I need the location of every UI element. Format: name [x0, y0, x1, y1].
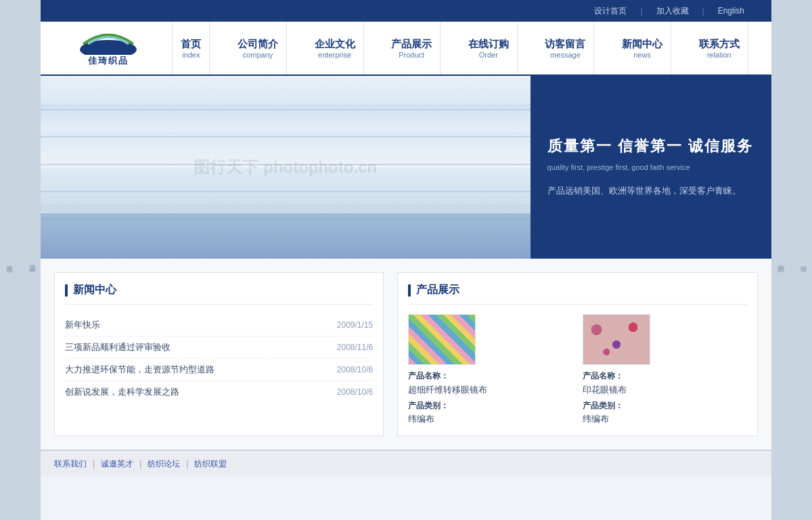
nav-home-en: index: [182, 51, 200, 60]
nav-order-cn: 在线订购: [468, 37, 509, 51]
nav-order-en: Order: [479, 51, 498, 60]
news-item-3: 大力推进环保节能，走资源节约型道路 2008/10/6: [65, 359, 373, 381]
footer-sep-2: |: [139, 459, 141, 469]
nav-product[interactable]: 产品展示 Product: [383, 22, 441, 74]
site-header: 佳琦织品 首页 index 公司简介 company 企业文化 enterpri…: [41, 22, 771, 76]
sep1: |: [640, 6, 642, 16]
content-area: 新闻中心 新年快乐 2009/1/15 三项新品顺利通过评审验收 2008/11…: [41, 259, 771, 450]
towel-image: [41, 76, 531, 259]
footer-link-contact[interactable]: 联系我们: [54, 458, 87, 470]
title-bar-icon: [65, 284, 68, 297]
news-section: 新闻中心 新年快乐 2009/1/15 三项新品顺利通过评审验收 2008/11…: [54, 272, 384, 436]
nav-contact-en: relation: [707, 51, 731, 60]
products-grid: 产品名称： 超细纤维转移眼镜布 产品类别： 纬编布 产品名称：: [408, 314, 747, 425]
product-info-2: 产品名称： 印花眼镜布 产品类别： 纬编布: [583, 370, 627, 425]
fabric-pattern-colorful: [409, 315, 475, 364]
main-navigation: 首页 index 公司简介 company 企业文化 enterprise 产品…: [162, 22, 758, 74]
news-section-title: 新闻中心: [65, 283, 373, 305]
product-name-label-1: 产品名称：: [408, 370, 487, 382]
hero-text-panel: 质量第一 信誉第一 诚信服务 quality first, prestige f…: [531, 76, 771, 259]
product-card-2: 产品名称： 印花眼镜布 产品类别： 纬编布: [583, 314, 747, 425]
footer-link-talent[interactable]: 诚邀英才: [101, 458, 133, 470]
product-image-2[interactable]: [583, 314, 650, 365]
nav-company[interactable]: 公司简介 company: [229, 22, 287, 74]
nav-home-cn: 首页: [181, 37, 201, 51]
product-cat-value-2: 纬编布: [583, 413, 627, 425]
footer-sep-3: |: [186, 459, 188, 469]
side-panel-right: 联系方式 青睐 产品类别 创新说: [771, 0, 812, 520]
products-section-title: 产品展示: [408, 283, 747, 305]
news-title-text: 新闻中心: [73, 283, 116, 297]
product-name-value-1: 超细纤维转移眼镜布: [408, 384, 487, 396]
nav-company-en: company: [243, 51, 273, 60]
logo-area: 佳琦织品: [54, 29, 162, 67]
site-footer: 联系我们 | 诚邀英才 | 纺织论坛 | 纺织联盟: [41, 450, 771, 477]
nav-product-en: Product: [399, 51, 424, 60]
hero-sub-title: quality first, prestige first, good fait…: [547, 162, 754, 173]
footer-link-alliance[interactable]: 纺织联盟: [194, 458, 227, 470]
sep2: |: [702, 6, 704, 16]
nav-enterprise-cn: 企业文化: [315, 37, 355, 51]
nav-order[interactable]: 在线订购 Order: [460, 22, 518, 74]
product-name-value-2: 印花眼镜布: [583, 384, 627, 396]
nav-message[interactable]: 访客留言 message: [537, 22, 594, 74]
news-date-1: 2009/1/15: [337, 320, 373, 330]
product-name-label-2: 产品名称：: [583, 370, 627, 382]
news-item-1: 新年快乐 2009/1/15: [65, 314, 373, 337]
nav-message-en: message: [550, 51, 581, 60]
news-item-2: 三项新品顺利通过评审验收 2008/11/6: [65, 337, 373, 359]
top-nav-home[interactable]: 设计首页: [594, 5, 627, 17]
products-section: 产品展示 产品名称： 超细纤维转移眼镜布 产品类别： 纬编布: [397, 272, 758, 436]
products-title-text: 产品展示: [416, 283, 459, 297]
top-nav-bar: 设计首页 | 加入收藏 | English: [41, 0, 771, 22]
top-nav-bookmark[interactable]: 加入收藏: [656, 5, 689, 17]
product-image-1[interactable]: [408, 314, 476, 365]
nav-product-cn: 产品展示: [391, 37, 432, 51]
fabric-pattern-floral: [583, 315, 650, 364]
hero-description: 产品远销美国、欧洲等世界各地，深受客户青睐。: [547, 183, 754, 198]
news-date-3: 2008/10/6: [337, 365, 373, 374]
logo-icon: [78, 29, 139, 55]
product-cat-label-2: 产品类别：: [583, 400, 627, 412]
nav-contact[interactable]: 联系方式 relation: [691, 22, 748, 74]
nav-enterprise[interactable]: 企业文化 enterprise: [307, 22, 364, 74]
footer-links: 联系我们 | 诚邀英才 | 纺织论坛 | 纺织联盟: [54, 458, 227, 470]
nav-home[interactable]: 首页 index: [172, 22, 210, 74]
news-title-2[interactable]: 三项新品顺利通过评审验收: [65, 341, 330, 353]
news-title-1[interactable]: 新年快乐: [65, 319, 330, 331]
news-date-2: 2008/11/6: [337, 343, 373, 352]
logo-text: 佳琦织品: [88, 55, 129, 67]
product-info-1: 产品名称： 超细纤维转移眼镜布 产品类别： 纬编布: [408, 370, 487, 425]
news-list: 新年快乐 2009/1/15 三项新品顺利通过评审验收 2008/11/6 大力…: [65, 314, 373, 403]
side-panel-left: 新年快乐 三项新品 大力推进 创新说发: [0, 0, 41, 520]
product-cat-label-1: 产品类别：: [408, 400, 487, 412]
nav-news-en: news: [633, 51, 651, 60]
nav-enterprise-en: enterprise: [318, 51, 351, 60]
nav-message-cn: 访客留言: [545, 37, 585, 51]
nav-news-cn: 新闻中心: [622, 37, 662, 51]
nav-company-cn: 公司简介: [238, 37, 278, 51]
nav-news[interactable]: 新闻中心 news: [614, 22, 671, 74]
nav-contact-cn: 联系方式: [699, 37, 740, 51]
hero-main-title: 质量第一 信誉第一 诚信服务: [547, 136, 754, 156]
main-wrapper: 设计首页 | 加入收藏 | English 佳琦织品: [41, 0, 771, 520]
news-title-3[interactable]: 大力推进环保节能，走资源节约型道路: [65, 364, 330, 376]
top-nav-english[interactable]: English: [718, 6, 744, 16]
news-date-4: 2008/10/6: [337, 387, 373, 397]
footer-sep-1: |: [93, 459, 95, 469]
product-card-1: 产品名称： 超细纤维转移眼镜布 产品类别： 纬编布: [408, 314, 572, 425]
news-title-4[interactable]: 创新说发展，走科学发展之路: [65, 386, 330, 398]
hero-banner: 图行天下 photophoto.cn 质量第一 信誉第一 诚信服务 qualit…: [41, 76, 771, 259]
product-cat-value-1: 纬编布: [408, 413, 487, 425]
hero-image: 图行天下 photophoto.cn: [41, 76, 531, 259]
footer-link-forum[interactable]: 纺织论坛: [148, 458, 180, 470]
products-title-bar: [408, 284, 411, 297]
news-item-4: 创新说发展，走科学发展之路 2008/10/6: [65, 381, 373, 403]
